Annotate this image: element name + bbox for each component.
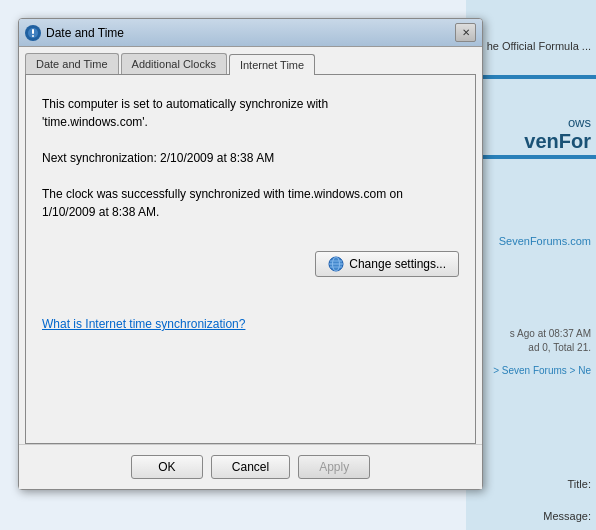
cancel-button[interactable]: Cancel: [211, 455, 290, 479]
tab-internet-time[interactable]: Internet Time: [229, 54, 315, 75]
dialog-icon: [25, 25, 41, 41]
next-sync-text: Next synchronization: 2/10/2009 at 8:38 …: [42, 151, 459, 165]
help-link-area: What is Internet time synchronization?: [42, 317, 459, 331]
change-settings-button[interactable]: Change settings...: [315, 251, 459, 277]
info-text: This computer is set to automatically sy…: [42, 95, 459, 131]
tab-additional-clocks[interactable]: Additional Clocks: [121, 53, 227, 74]
title-bar-buttons: ✕: [455, 23, 476, 42]
tabs-area: Date and Time Additional Clocks Internet…: [19, 47, 482, 74]
title-bar-left: Date and Time: [25, 25, 124, 41]
success-text: The clock was successfully synchronized …: [42, 185, 459, 221]
dialog-title: Date and Time: [46, 26, 124, 40]
content-area: This computer is set to automatically sy…: [25, 74, 476, 444]
title-bar: Date and Time ✕: [19, 19, 482, 47]
browser-text-message: Message:: [543, 510, 591, 522]
browser-text-ows: ows: [568, 115, 591, 130]
blue-stripe-1: [466, 75, 596, 79]
browser-text-nav: > Seven Forums > Ne: [493, 365, 591, 376]
success-line-1: The clock was successfully synchronized …: [42, 187, 403, 201]
browser-text-formula: he Official Formula ...: [487, 40, 591, 52]
browser-text-forums: SevenForums.com: [499, 235, 591, 247]
bottom-buttons: OK Cancel Apply: [19, 444, 482, 489]
browser-right-panel: [466, 0, 596, 530]
change-settings-label: Change settings...: [349, 257, 446, 271]
help-link[interactable]: What is Internet time synchronization?: [42, 317, 245, 331]
globe-icon: [328, 256, 344, 272]
browser-text-ven: venFor: [524, 130, 591, 153]
browser-text-ago: s Ago at 08:37 AM: [510, 328, 591, 339]
ok-button[interactable]: OK: [131, 455, 203, 479]
browser-text-total: ad 0, Total 21.: [528, 342, 591, 353]
info-line-1: This computer is set to automatically sy…: [42, 97, 328, 111]
svg-rect-2: [32, 35, 34, 37]
date-time-dialog: Date and Time ✕ Date and Time Additional…: [18, 18, 483, 490]
dialog-overlay: Date and Time ✕ Date and Time Additional…: [18, 18, 483, 528]
svg-rect-1: [32, 29, 34, 34]
info-line-2: 'time.windows.com'.: [42, 115, 148, 129]
blue-stripe-2: [466, 155, 596, 159]
tab-date-time[interactable]: Date and Time: [25, 53, 119, 74]
browser-text-title: Title:: [568, 478, 591, 490]
success-line-2: 1/10/2009 at 8:38 AM.: [42, 205, 159, 219]
apply-button[interactable]: Apply: [298, 455, 370, 479]
change-settings-area: Change settings...: [42, 251, 459, 277]
close-button[interactable]: ✕: [455, 23, 476, 42]
